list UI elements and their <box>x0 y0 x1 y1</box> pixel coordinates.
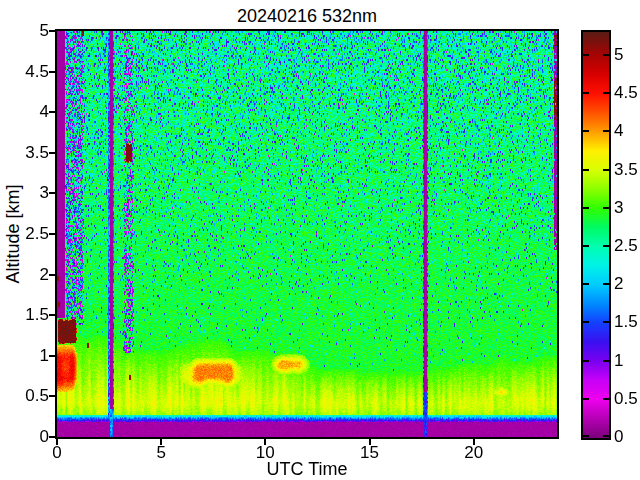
y-tick-label: 4 <box>0 103 49 121</box>
colorbar-tick-label: 0 <box>614 428 623 446</box>
colorbar-tick-label: 2 <box>614 275 623 293</box>
colorbar-tick-label: 3.5 <box>614 161 638 179</box>
colorbar-tick-label: 4.5 <box>614 84 638 102</box>
y-tick-mark <box>49 30 55 32</box>
y-tick-label: 1.5 <box>0 306 49 324</box>
colorbar-tick-label: 1.5 <box>614 313 638 331</box>
chart-title: 20240216 532nm <box>57 6 557 27</box>
colorbar-tick-label: 0.5 <box>614 390 638 408</box>
figure: 20240216 532nm Altitude [km] 00.511.522.… <box>0 0 640 480</box>
y-tick-mark <box>49 71 55 73</box>
y-tick-label: 2 <box>0 266 49 284</box>
colorbar-tick-label: 3 <box>614 199 623 217</box>
y-tick-label: 5 <box>0 22 49 40</box>
y-tick-label: 1 <box>0 347 49 365</box>
y-tick-label: 2.5 <box>0 225 49 243</box>
colorbar-tick-label: 1 <box>614 352 623 370</box>
y-tick-mark <box>49 436 55 438</box>
colorbar-tick-label: 4 <box>614 122 623 140</box>
y-tick-mark <box>49 314 55 316</box>
y-tick-label: 0.5 <box>0 387 49 405</box>
y-tick-mark <box>49 395 55 397</box>
y-tick-mark <box>49 111 55 113</box>
y-tick-mark <box>49 192 55 194</box>
colorbar-canvas <box>583 32 609 438</box>
y-tick-mark <box>49 152 55 154</box>
colorbar-tick-label: 5 <box>614 46 623 64</box>
y-tick-label: 4.5 <box>0 63 49 81</box>
y-tick-mark <box>49 274 55 276</box>
y-tick-label: 3.5 <box>0 144 49 162</box>
y-tick-mark <box>49 355 55 357</box>
heatmap-canvas <box>57 31 557 437</box>
colorbar-tick-label: 2.5 <box>614 237 638 255</box>
y-tick-mark <box>49 233 55 235</box>
x-axis-label: UTC Time <box>57 459 557 480</box>
y-tick-label: 3 <box>0 184 49 202</box>
